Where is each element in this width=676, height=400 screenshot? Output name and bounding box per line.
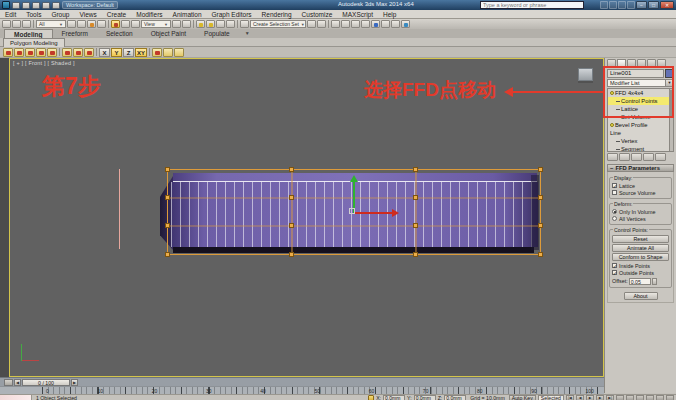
snap-toggle-icon[interactable] — [196, 20, 205, 28]
stack-item-set-volume[interactable]: Set Volume — [608, 113, 673, 121]
ffd-parameters-rollout-header[interactable]: −FFD Parameters — [607, 164, 674, 172]
help-icon[interactable] — [627, 1, 635, 9]
selection-lock-icon[interactable] — [368, 395, 374, 400]
display-tab-icon[interactable] — [647, 59, 656, 67]
previous-key-icon[interactable]: ◀ — [576, 395, 584, 400]
mirror-icon[interactable] — [307, 20, 316, 28]
maxscript-mini-listener[interactable] — [0, 395, 32, 400]
reference-coordinate-dropdown[interactable]: View▼ — [141, 20, 171, 28]
z-coordinate-field[interactable]: 0.0mm — [444, 395, 466, 400]
make-unique-icon[interactable] — [631, 153, 642, 161]
zoom-extents-icon[interactable] — [636, 395, 644, 400]
maximize-button[interactable]: □ — [648, 1, 659, 9]
ribbon-minimize-icon[interactable]: ▼ — [245, 29, 250, 38]
material-editor-icon[interactable] — [371, 20, 380, 28]
gizmo-center[interactable] — [349, 208, 355, 214]
shrink-selection-icon[interactable] — [84, 48, 94, 57]
ffd-control-point[interactable] — [289, 167, 294, 172]
ffd-control-point[interactable] — [289, 223, 294, 228]
viewport-label[interactable]: [ + ] [ Front ] [ Shaded ] — [13, 60, 75, 66]
animate-all-button[interactable]: Animate All — [612, 244, 669, 252]
conform-to-shape-button[interactable]: Conform to Shape — [612, 253, 669, 261]
tab-populate[interactable]: Populate — [195, 29, 239, 38]
chevron-down-icon[interactable]: ▼ — [665, 80, 673, 86]
minimize-button[interactable]: − — [636, 1, 647, 9]
offset-field[interactable]: 0.05 — [629, 278, 651, 285]
ffd-control-point[interactable] — [413, 223, 418, 228]
pin-stack-icon[interactable] — [607, 153, 618, 161]
graphite-toggle-icon[interactable] — [341, 20, 350, 28]
only-in-volume-radio[interactable]: Only In Volume — [612, 208, 669, 215]
tab-selection[interactable]: Selection — [97, 29, 142, 38]
ffd-control-point[interactable] — [413, 195, 418, 200]
go-to-start-icon[interactable]: |◀ — [566, 395, 574, 400]
select-and-move-icon[interactable] — [111, 20, 120, 28]
modifier-enabled-icon[interactable] — [610, 123, 614, 127]
percent-snap-icon[interactable] — [216, 20, 225, 28]
preview-subobject-icon[interactable] — [62, 48, 72, 57]
open-file-icon[interactable] — [22, 2, 30, 9]
zoom-icon[interactable] — [616, 395, 624, 400]
source-volume-checkbox[interactable]: Source Volume — [612, 189, 669, 196]
workspace-dropdown[interactable]: Workspace: Default — [62, 1, 118, 9]
menu-animation[interactable]: Animation — [168, 11, 207, 18]
menu-rendering[interactable]: Rendering — [257, 11, 297, 18]
menu-edit[interactable]: Edit — [0, 11, 21, 18]
show-end-result-icon[interactable] — [619, 153, 630, 161]
constraint-x-button[interactable]: X — [99, 48, 110, 57]
spinner-snap-icon[interactable] — [226, 20, 235, 28]
inside-points-checkbox[interactable]: ✓Inside Points — [612, 262, 669, 269]
menu-tools[interactable]: Tools — [21, 11, 46, 18]
select-and-rotate-icon[interactable] — [121, 20, 130, 28]
modify-tab-icon[interactable] — [617, 59, 626, 67]
polygon-mode-icon[interactable] — [36, 48, 46, 57]
object-name-field[interactable]: Line001 — [607, 69, 664, 78]
use-pivot-point-icon[interactable] — [172, 20, 181, 28]
zoom-all-icon[interactable] — [626, 395, 634, 400]
ffd-control-point[interactable] — [289, 195, 294, 200]
ffd-control-point[interactable] — [538, 195, 543, 200]
vertex-mode-icon[interactable] — [3, 48, 13, 57]
maximize-viewport-icon[interactable] — [666, 395, 674, 400]
render-production-icon[interactable] — [401, 20, 410, 28]
pivot-icon[interactable] — [152, 48, 162, 57]
select-by-name-icon[interactable] — [77, 20, 86, 28]
lattice-checkbox[interactable]: ✓Lattice — [612, 182, 669, 189]
edge-mode-icon[interactable] — [14, 48, 24, 57]
select-and-manipulate-icon[interactable] — [182, 20, 191, 28]
configure-modifier-sets-icon[interactable] — [655, 153, 666, 161]
outside-points-checkbox[interactable]: ✓Outside Points — [612, 269, 669, 276]
modifier-enabled-icon[interactable] — [610, 91, 614, 95]
curve-editor-icon[interactable] — [351, 20, 360, 28]
ffd-control-point[interactable] — [413, 167, 418, 172]
viewcube-icon[interactable] — [578, 68, 593, 81]
align-pivot-icon[interactable] — [163, 48, 173, 57]
preview-multi-icon[interactable] — [73, 48, 83, 57]
constraint-y-button[interactable]: Y — [111, 48, 122, 57]
utilities-tab-icon[interactable] — [657, 59, 666, 67]
loft-path-spline[interactable] — [119, 169, 120, 249]
about-button[interactable]: About — [624, 292, 658, 300]
next-frame-icon[interactable]: ▶ — [71, 379, 78, 386]
close-button[interactable]: ✕ — [660, 1, 674, 9]
rendered-frame-window-icon[interactable] — [391, 20, 400, 28]
rectangular-selection-region-icon[interactable] — [87, 20, 96, 28]
open-mini-curve-editor-button[interactable] — [4, 379, 13, 386]
edit-named-selection-sets-icon[interactable] — [240, 20, 249, 28]
constraint-z-button[interactable]: Z — [123, 48, 134, 57]
stack-item-segment[interactable]: Segment — [608, 145, 673, 152]
ffd-control-point[interactable] — [413, 252, 418, 257]
grid-align-icon[interactable] — [174, 48, 184, 57]
render-setup-icon[interactable] — [381, 20, 390, 28]
play-animation-icon[interactable]: ▶ — [586, 395, 594, 400]
layer-manager-icon[interactable] — [331, 20, 340, 28]
time-slider[interactable]: 0 / 100 — [22, 379, 70, 386]
all-vertices-radio[interactable]: All Vertices — [612, 215, 669, 222]
select-and-scale-icon[interactable] — [131, 20, 140, 28]
search-input[interactable] — [480, 1, 584, 9]
stack-item-vertex[interactable]: Vertex — [608, 137, 673, 145]
select-and-link-icon[interactable] — [2, 20, 11, 28]
angle-snap-icon[interactable] — [206, 20, 215, 28]
named-selection-set-combo[interactable]: Create Selection Set▼ — [250, 20, 306, 28]
key-filter-dropdown[interactable]: Selected — [538, 395, 564, 400]
